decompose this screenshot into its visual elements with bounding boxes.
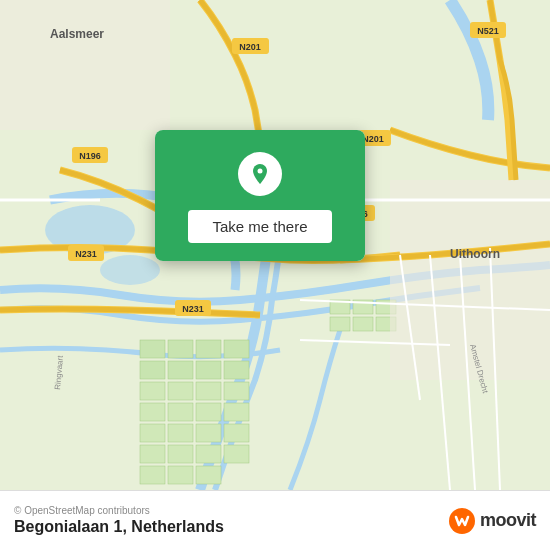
svg-rect-26 — [224, 445, 249, 463]
svg-rect-11 — [140, 382, 165, 400]
svg-rect-25 — [196, 445, 221, 463]
svg-point-2 — [100, 255, 160, 285]
svg-rect-3 — [140, 340, 165, 358]
svg-text:Uithoorn: Uithoorn — [450, 247, 500, 261]
svg-rect-9 — [196, 361, 221, 379]
svg-rect-16 — [168, 403, 193, 421]
svg-rect-22 — [224, 424, 249, 442]
svg-rect-28 — [168, 466, 193, 484]
moovit-logo: moovit — [448, 507, 536, 535]
svg-rect-29 — [196, 466, 221, 484]
location-icon — [238, 152, 282, 196]
svg-rect-14 — [224, 382, 249, 400]
svg-rect-12 — [168, 382, 193, 400]
svg-rect-20 — [168, 424, 193, 442]
svg-rect-17 — [196, 403, 221, 421]
svg-text:N201: N201 — [239, 42, 261, 52]
svg-rect-23 — [140, 445, 165, 463]
svg-rect-15 — [140, 403, 165, 421]
svg-text:N231: N231 — [75, 249, 97, 259]
location-name: Begonialaan 1, Netherlands — [14, 518, 224, 536]
svg-text:Aalsmeer: Aalsmeer — [50, 27, 104, 41]
map-container: N196 N231 N231 N231 N201 N196 N521 N201 … — [0, 0, 550, 490]
svg-rect-21 — [196, 424, 221, 442]
copyright-text: © OpenStreetMap contributors — [14, 505, 224, 516]
popup-card: Take me there — [155, 130, 365, 261]
svg-rect-18 — [224, 403, 249, 421]
svg-rect-8 — [168, 361, 193, 379]
popup-top: Take me there — [155, 130, 365, 261]
take-me-there-button[interactable]: Take me there — [188, 210, 331, 243]
moovit-logo-text: moovit — [480, 510, 536, 531]
svg-rect-19 — [140, 424, 165, 442]
svg-text:N521: N521 — [477, 26, 499, 36]
svg-rect-10 — [224, 361, 249, 379]
footer-left: © OpenStreetMap contributors Begonialaan… — [14, 505, 224, 536]
svg-point-66 — [258, 169, 263, 174]
svg-rect-24 — [168, 445, 193, 463]
svg-rect-36 — [0, 0, 170, 130]
svg-text:N201: N201 — [362, 134, 384, 144]
footer-bar: © OpenStreetMap contributors Begonialaan… — [0, 490, 550, 550]
svg-rect-13 — [196, 382, 221, 400]
svg-rect-6 — [224, 340, 249, 358]
svg-rect-27 — [140, 466, 165, 484]
svg-rect-34 — [353, 317, 373, 331]
svg-rect-7 — [140, 361, 165, 379]
svg-text:N231: N231 — [182, 304, 204, 314]
moovit-icon — [448, 507, 476, 535]
svg-rect-33 — [330, 317, 350, 331]
svg-rect-5 — [196, 340, 221, 358]
svg-text:N196: N196 — [79, 151, 101, 161]
svg-rect-4 — [168, 340, 193, 358]
